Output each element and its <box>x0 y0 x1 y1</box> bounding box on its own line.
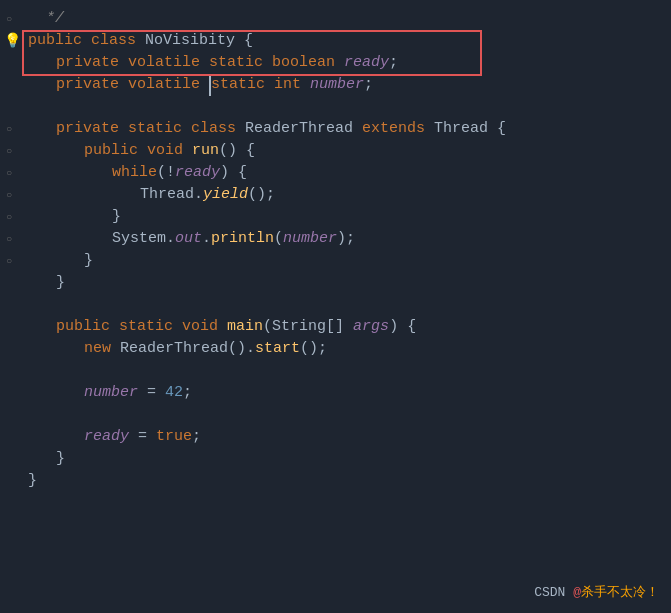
code-line-18: number = 42; <box>28 382 671 404</box>
token-while: while <box>112 162 157 184</box>
token-println-paren: ( <box>274 228 283 250</box>
token-ready: ready <box>344 52 389 74</box>
code-line-1: */ <box>28 8 671 30</box>
gutter-icon-4 <box>2 74 16 96</box>
code-line-12: } <box>28 250 671 272</box>
gutter-icon-6: ○ <box>2 118 16 140</box>
code-line-13: } <box>28 272 671 294</box>
token-number-ref: number <box>283 228 337 250</box>
token-println: . <box>202 228 211 250</box>
token-number-var: number <box>310 74 364 96</box>
token-void: void <box>147 140 192 162</box>
token-static2: static <box>211 74 274 96</box>
token-semi1: ; <box>389 52 398 74</box>
watermark-name: 杀手不太冷！ <box>581 585 659 600</box>
token-kw-public: public <box>28 30 91 52</box>
token-thread2: Thread. <box>140 184 203 206</box>
gutter-icon-5 <box>2 96 16 118</box>
token-brace4: } <box>56 448 65 470</box>
token-true: true <box>156 426 192 448</box>
code-line-17 <box>28 360 671 382</box>
code-line-21: } <box>28 448 671 470</box>
token-args: args <box>353 316 389 338</box>
token-while-close: ) { <box>220 162 247 184</box>
token-println-method: println <box>211 228 274 250</box>
token-brace3: } <box>56 272 65 294</box>
token-boolean: boolean <box>272 52 344 74</box>
token-equals2: = <box>129 426 156 448</box>
gutter-icon-9: ○ <box>2 184 16 206</box>
token-static: static <box>209 52 272 74</box>
code-line-2: public class NoVisibity { <box>28 30 671 52</box>
editor-gutter: ○ ○ ○ ○ ○ ○ ○ ○ <box>0 0 18 613</box>
token-brace2: } <box>84 250 93 272</box>
token-42: 42 <box>165 382 183 404</box>
token-semi2: ; <box>364 74 373 96</box>
token-number-assign: number <box>84 382 138 404</box>
code-line-20: ready = true; <box>28 426 671 448</box>
token-main-paren: ( <box>263 316 272 338</box>
token-public2: public <box>84 140 147 162</box>
token-yield-paren: (); <box>248 184 275 206</box>
gutter-icon-1: ○ <box>2 8 16 30</box>
token-void2: void <box>182 316 227 338</box>
token-brace5: } <box>28 470 37 492</box>
token-extends: extends <box>362 118 434 140</box>
gutter-icon-7: ○ <box>2 140 16 162</box>
token-classname: NoVisibity { <box>145 30 253 52</box>
token-int: int <box>274 74 310 96</box>
token-semi4: ; <box>192 426 201 448</box>
token-main-close: ) { <box>389 316 416 338</box>
code-line-22: } <box>28 470 671 492</box>
code-line-8: while(!ready) { <box>28 162 671 184</box>
token-string: String <box>272 316 326 338</box>
watermark-at: @ <box>573 585 581 600</box>
code-editor: ○ ○ ○ ○ ○ ○ ○ ○ */ public class NoVisibi… <box>0 0 671 613</box>
token-thread: Thread { <box>434 118 506 140</box>
token-kw-class: class <box>91 30 145 52</box>
bulb-icon[interactable]: 💡 <box>2 30 22 52</box>
token-run-paren: () { <box>219 140 255 162</box>
token-readerthread: ReaderThread <box>245 118 362 140</box>
token-ready-assign: ready <box>84 426 129 448</box>
token-static4: static <box>119 316 182 338</box>
token-system: System. <box>112 228 175 250</box>
token-volatile: volatile <box>128 52 209 74</box>
token-private: private <box>56 52 128 74</box>
token-run: run <box>192 140 219 162</box>
gutter-icon-3 <box>2 52 16 74</box>
token-start-paren: (); <box>300 338 327 360</box>
token-private2: private <box>56 74 128 96</box>
code-line-4: private volatile static int number; <box>28 74 671 96</box>
token-string-bracket: [] <box>326 316 353 338</box>
token-while-paren: (! <box>157 162 175 184</box>
token-start: start <box>255 338 300 360</box>
token-class2: class <box>191 118 245 140</box>
code-line-10: } <box>28 206 671 228</box>
token-brace1: } <box>112 206 121 228</box>
gutter-icon-11: ○ <box>2 228 16 250</box>
token-equals1: = <box>138 382 165 404</box>
code-line-16: new ReaderThread().start(); <box>28 338 671 360</box>
code-line-15: public static void main(String[] args) { <box>28 316 671 338</box>
code-line-7: public void run() { <box>28 140 671 162</box>
token-println-close: ); <box>337 228 355 250</box>
code-line-19 <box>28 404 671 426</box>
token-yield: yield <box>203 184 248 206</box>
token-ready-ref: ready <box>175 162 220 184</box>
token-out: out <box>175 228 202 250</box>
watermark: CSDN @杀手不太冷！ <box>534 583 659 601</box>
gutter-icon-10: ○ <box>2 206 16 228</box>
token-public3: public <box>56 316 119 338</box>
token-comment: */ <box>28 8 64 30</box>
code-line-3: private volatile static boolean ready; <box>28 52 671 74</box>
watermark-text: CSDN <box>534 585 573 600</box>
token-private3: private <box>56 118 128 140</box>
code-line-5 <box>28 96 671 118</box>
token-main: main <box>227 316 263 338</box>
token-cursor <box>200 74 211 96</box>
code-lines: */ public class NoVisibity { 💡 private v… <box>18 0 671 500</box>
code-line-11: System.out.println(number); <box>28 228 671 250</box>
code-line-14 <box>28 294 671 316</box>
token-volatile2: volatile <box>128 74 200 96</box>
